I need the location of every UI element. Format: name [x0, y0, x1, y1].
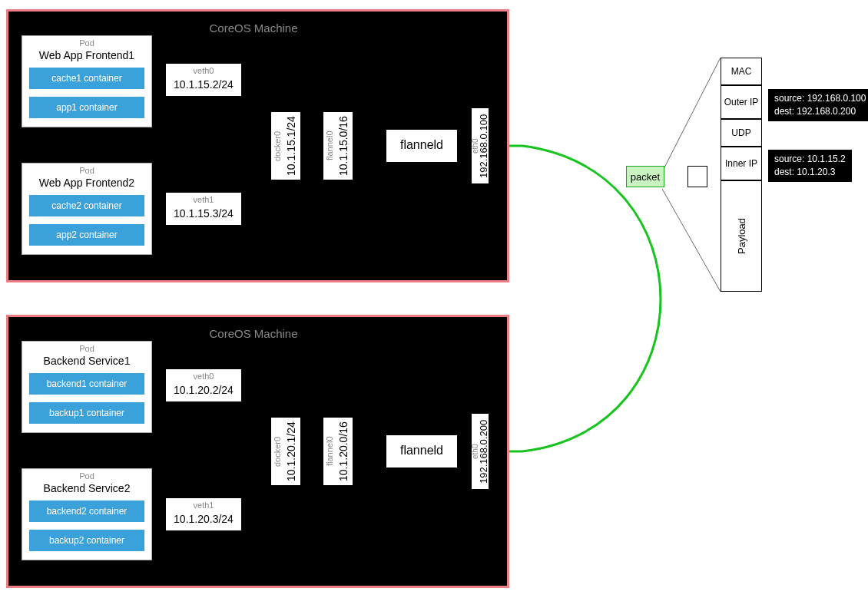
veth0-top-ip: 10.1.15.2/24 [165, 78, 242, 91]
pod-label: Pod [22, 38, 152, 48]
pod-title: Backend Service1 [22, 355, 152, 367]
flanneld-top-label: flanneld [386, 138, 458, 152]
flannel0-top-ip: 10.1.15.0/16 [335, 111, 352, 180]
veth1-bottom-label: veth1 [165, 501, 242, 510]
backup2-container: backup2 container [29, 530, 144, 551]
veth1-bottom-ip: 10.1.20.3/24 [165, 513, 242, 525]
docker0-bottom-ip: 10.1.20.1/24 [283, 417, 300, 486]
pkt-payload: Payload [721, 180, 762, 292]
app1-container: app1 container [29, 97, 144, 118]
pod-title: Web App Frontend2 [22, 177, 152, 189]
pod-title: Backend Service2 [22, 482, 152, 494]
pod-label: Pod [22, 344, 152, 353]
flannel0-bottom-ip: 10.1.20.0/16 [335, 417, 352, 486]
svg-line-44 [662, 58, 721, 172]
docker0-bottom-label: docker0 [272, 417, 283, 486]
backup1-container: backup1 container [29, 402, 144, 424]
veth0-bottom-label: veth0 [165, 372, 242, 381]
backend1-container: backend1 container [29, 373, 144, 395]
eth0-top-ip: 192.168.0.100 [477, 107, 489, 184]
pod-label: Pod [22, 166, 152, 175]
veth0-bottom-ip: 10.1.20.2/24 [165, 384, 242, 396]
inner-src: source: 10.1.15.2 [774, 153, 846, 166]
pkt-mac: MAC [721, 58, 762, 85]
packet-small-box [687, 166, 707, 187]
outer-dst: dest: 192.168.0.200 [774, 105, 866, 118]
flannel0-top-label: flannel0 [324, 111, 335, 180]
veth0-top-label: veth0 [165, 66, 242, 75]
tooltip-outer-ip: source: 192.168.0.100 dest: 192.168.0.20… [768, 89, 868, 121]
flanneld-bottom-label: flanneld [386, 444, 458, 458]
packet-node: packet [626, 166, 664, 187]
docker0-top-label: docker0 [272, 111, 283, 180]
cache2-container: cache2 container [29, 195, 144, 216]
eth0-bottom-ip: 192.168.0.200 [477, 413, 489, 490]
docker0-top-ip: 10.1.15.1/24 [283, 111, 300, 180]
machine-top-title: CoreOS Machine [177, 21, 330, 35]
inner-dst: dest: 10.1.20.3 [774, 166, 846, 179]
pod-title: Web App Frontend1 [22, 49, 152, 61]
pkt-udp: UDP [721, 119, 762, 147]
pod-label: Pod [22, 471, 152, 481]
outer-src: source: 192.168.0.100 [774, 92, 866, 105]
cache1-container: cache1 container [29, 68, 144, 89]
flannel0-bottom-label: flannel0 [324, 417, 335, 486]
tooltip-inner-ip: source: 10.1.15.2 dest: 10.1.20.3 [768, 150, 852, 182]
veth1-top-label: veth1 [165, 195, 242, 204]
pkt-outer-ip: Outer IP [721, 85, 762, 119]
veth1-top-ip: 10.1.15.3/24 [165, 207, 242, 220]
backend2-container: backend2 container [29, 501, 144, 522]
svg-line-45 [662, 189, 721, 292]
pkt-inner-ip: Inner IP [721, 147, 762, 180]
machine-bottom-title: CoreOS Machine [177, 327, 330, 340]
app2-container: app2 container [29, 224, 144, 246]
diagram-root: CoreOS Machine Pod Web App Frontend1 cac… [0, 0, 868, 598]
